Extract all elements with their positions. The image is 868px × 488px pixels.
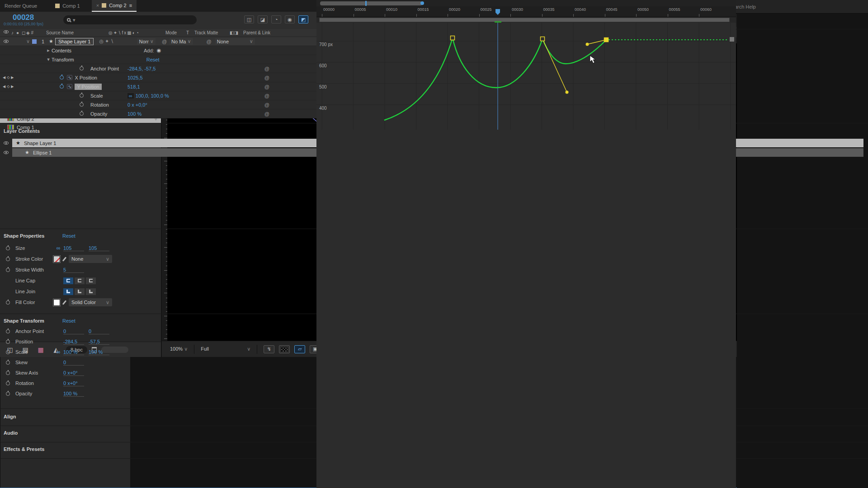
keyframe[interactable] [451, 36, 455, 40]
track-matte-select[interactable]: No Ma∨ [170, 38, 193, 45]
stopwatch-icon[interactable] [80, 66, 84, 70]
time-navigator[interactable] [316, 0, 736, 6]
property-value[interactable]: 518,1 [127, 84, 140, 89]
stopwatch-icon[interactable] [80, 94, 84, 98]
value-cell[interactable]: ∞100,0, 100,0 % [127, 93, 169, 99]
property-value[interactable]: 100 % [127, 111, 142, 117]
pick-whip-icon[interactable]: @ [264, 66, 269, 71]
expander-icon[interactable]: ▾ [45, 56, 52, 62]
pick-whip-icon[interactable]: @ [264, 102, 269, 108]
stopwatch-cell[interactable] [80, 93, 87, 99]
pick-whip-icon[interactable]: @ [264, 111, 269, 117]
value-cell[interactable]: -284,5, -57,5 [127, 66, 156, 71]
transform-reset-button[interactable]: Reset [146, 57, 160, 62]
value-graph-icon[interactable]: ∿ [67, 84, 72, 89]
tab-render-queue[interactable]: Render Queue [0, 0, 42, 12]
stopwatch-icon[interactable] [80, 103, 84, 107]
stopwatch-icon[interactable] [60, 75, 64, 80]
tab-comp1[interactable]: Comp 1 [51, 0, 85, 12]
frame-blending-icon[interactable]: ◔ [271, 15, 281, 23]
stopwatch-cell[interactable] [80, 102, 87, 108]
motion-blur-icon[interactable]: ◉ [285, 15, 295, 23]
property-label[interactable]: Opacity [90, 111, 107, 117]
expander-icon[interactable]: ▸ [45, 47, 52, 53]
stopwatch-icon[interactable] [80, 112, 84, 116]
timeline-row-x-position[interactable]: ◀◇▶∿X Position1025,5@ [0, 73, 316, 82]
bezier-handle-dot[interactable] [566, 91, 569, 94]
property-label[interactable]: Anchor Point [90, 66, 119, 71]
timeline-graph-area[interactable]: 0000000005000100001500020000250003000035… [316, 0, 736, 488]
property-value[interactable]: -284,5, -57,5 [127, 66, 156, 71]
timeline-row-contents[interactable]: ▸ContentsAdd:◉ [0, 46, 316, 55]
graph-edge-icon[interactable] [730, 37, 734, 42]
layer-name[interactable]: Shape Layer 1 [55, 38, 94, 45]
graph-editor[interactable]: 700 px600500400 [316, 23, 736, 130]
header-t[interactable]: T [186, 30, 194, 35]
pick-whip-icon[interactable]: @ [264, 75, 269, 80]
bezier-handle-dot[interactable] [586, 43, 589, 46]
keyframe-nav[interactable]: ◀◇▶ [0, 75, 20, 80]
header-parent-link[interactable]: Parent & Link [243, 30, 270, 35]
navigator-end-dot[interactable] [420, 1, 424, 5]
property-label[interactable]: Rotation [90, 102, 109, 108]
property-label[interactable]: X Position [75, 75, 97, 80]
pick-whip-icon[interactable]: @ [264, 93, 269, 99]
layer-visibility-toggle[interactable] [4, 40, 9, 43]
timeline-row-rotation[interactable]: Rotation0 x +0,0°@ [0, 100, 316, 109]
value-cell[interactable]: 1025,5 [127, 75, 143, 80]
timeline-row-scale[interactable]: Scale∞100,0, 100,0 %@ [0, 91, 316, 100]
composition-flowchart-icon[interactable]: ◫ [244, 15, 254, 23]
property-label[interactable]: Scale [90, 93, 103, 99]
timeline-row-anchor-point[interactable]: Anchor Point-284,5, -57,5@ [0, 64, 316, 73]
lock-column-icon[interactable]: ◻ [22, 30, 25, 35]
audio-column-icon[interactable]: ♪ [11, 30, 14, 35]
stopwatch-cell[interactable] [80, 66, 87, 71]
pick-whip-icon[interactable]: @ [264, 84, 269, 89]
value-graph-icon[interactable]: ∿ [67, 75, 72, 80]
header-track-matte[interactable]: Track Matte [194, 30, 230, 35]
keyframe[interactable] [541, 37, 545, 41]
parent-select[interactable]: None∨ [215, 38, 255, 45]
property-value[interactable]: 100,0, 100,0 % [136, 93, 169, 99]
current-timecode[interactable]: 00028 [13, 13, 34, 22]
navigator-bar[interactable] [320, 1, 422, 5]
close-icon[interactable]: × [96, 3, 99, 8]
keyframe-selected[interactable] [604, 38, 609, 42]
stopwatch-cell[interactable] [60, 84, 67, 89]
timeline-search-input[interactable]: ▾ [63, 15, 197, 24]
time-ruler[interactable]: 0000000005000100001500020000250003000035… [316, 6, 736, 17]
property-value[interactable]: 0 x +0,0° [127, 102, 147, 108]
timeline-row-opacity[interactable]: Opacity100 %@ [0, 109, 316, 118]
property-value[interactable]: 1025,5 [127, 75, 143, 80]
navigator-playhead[interactable] [365, 1, 367, 6]
label-color-swatch[interactable] [32, 39, 37, 44]
graph-editor-svg[interactable] [316, 23, 736, 130]
parent-pickwhip-icon[interactable]: @ [207, 39, 212, 44]
timeline-menu-icon[interactable]: ≡ [129, 3, 132, 8]
timeline-row-transform[interactable]: ▾TransformReset [0, 55, 316, 64]
stopwatch-cell[interactable] [80, 111, 87, 117]
shy-layers-icon[interactable]: ◪ [258, 15, 268, 23]
stopwatch-cell[interactable] [60, 75, 67, 80]
layer-switches[interactable]: ◎✦∖ [94, 38, 132, 44]
keyframe-nav[interactable]: ◀◇▶ [0, 84, 20, 89]
property-label[interactable]: Y Position [75, 84, 101, 90]
value-cell[interactable]: 100 % [127, 111, 142, 117]
timeline-row-y-position[interactable]: ◀◇▶∿Y Position518,1@ [0, 82, 316, 91]
value-cell[interactable]: 0 x +0,0° [127, 102, 147, 108]
work-area-range[interactable] [319, 18, 730, 22]
value-cell[interactable]: 518,1 [127, 84, 140, 89]
solo-column-icon[interactable]: ● [16, 30, 19, 35]
matte-pickwhip-icon[interactable]: @ [162, 39, 167, 44]
work-area-bar[interactable] [316, 17, 736, 23]
graph-editor-icon[interactable]: ◩ [298, 15, 308, 23]
header-mode[interactable]: Mode [165, 30, 186, 35]
stopwatch-icon[interactable] [60, 84, 64, 89]
video-column-icon[interactable] [4, 30, 9, 33]
blend-mode-select[interactable]: Norr∨ [137, 38, 155, 45]
value-curve[interactable] [384, 38, 606, 120]
playhead-marker[interactable] [495, 9, 500, 15]
link-icon[interactable]: ∞ [127, 93, 134, 99]
header-source-name[interactable]: Source Name [42, 30, 108, 35]
tab-comp2[interactable]: × Comp 2 ≡ [92, 0, 137, 12]
